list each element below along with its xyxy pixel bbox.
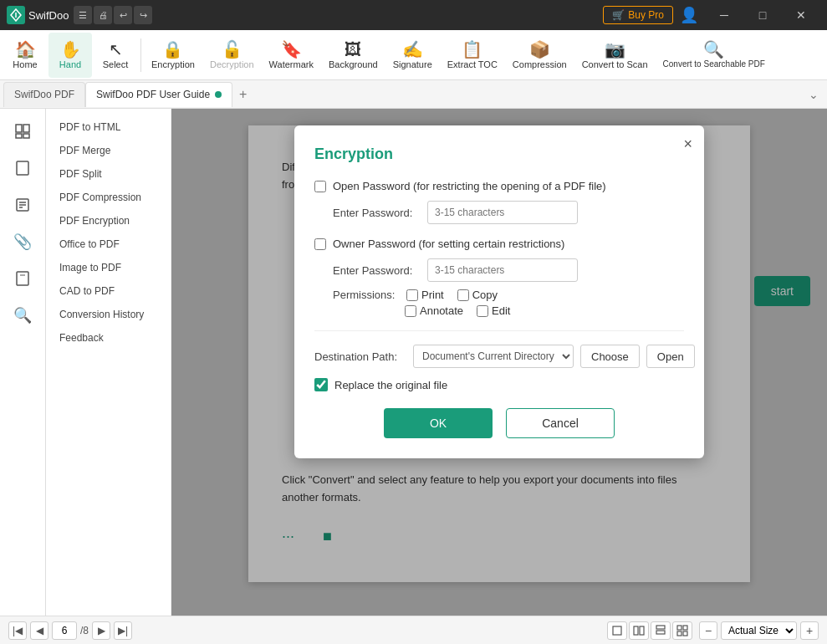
window-controls: ─ □ ✕ [705,0,820,30]
signature-icon: ✍ [402,41,423,58]
edit-permission[interactable]: Edit [477,304,510,317]
watermark-button[interactable]: 🔖 Watermark [263,33,320,78]
scroll-view[interactable] [651,621,671,640]
sidebar-search-icon[interactable]: 🔍 [7,299,38,331]
left-panel: PDF to HTML PDF Merge PDF Split PDF Comp… [46,109,171,616]
modal-overlay: Encryption × Open Password (for restrict… [171,109,827,616]
panel-item-cad-to-pdf[interactable]: CAD to PDF [46,279,171,303]
open-password-row: Open Password (for restricting the openi… [314,180,684,192]
print-checkbox[interactable] [406,289,418,301]
divider-1 [140,38,141,72]
signature-button[interactable]: ✍ Signature [386,33,439,78]
redo-btn[interactable]: ↪ [134,6,152,24]
panel-item-conversion-history[interactable]: Conversion History [46,303,171,326]
replace-checkbox[interactable] [314,378,328,391]
convert-scan-button[interactable]: 📷 Convert to Scan [575,33,655,78]
open-password-field-row: Enter Password: [314,201,684,224]
annotate-permission[interactable]: Annotate [405,304,463,317]
choose-button[interactable]: Choose [580,345,640,368]
page-number-input[interactable] [52,621,77,640]
edit-checkbox[interactable] [477,305,488,317]
copy-permission[interactable]: Copy [457,289,498,301]
background-button[interactable]: 🖼 Background [322,33,385,78]
zoom-select[interactable]: Actual Size [721,621,797,640]
sidebar-notes-icon[interactable] [7,189,38,221]
panel-item-pdf-to-html[interactable]: PDF to HTML [46,115,171,139]
open-password-section: Open Password (for restricting the openi… [314,180,684,224]
last-page-button[interactable]: ▶| [114,621,132,640]
panel-item-feedback[interactable]: Feedback [46,326,171,350]
page-navigation: |◀ ◀ /8 ▶ ▶| [8,621,132,640]
logo-icon [7,6,25,24]
toolbar: 🏠 Home ✋ Hand ↖ Select 🔒 Encryption 🔓 De… [0,30,827,80]
encryption-modal: Encryption × Open Password (for restrict… [294,125,704,458]
background-icon: 🖼 [345,41,361,58]
svg-rect-19 [683,626,687,630]
zoom-in-button[interactable]: + [800,621,819,640]
open-button[interactable]: Open [646,345,695,368]
single-page-view[interactable] [607,621,627,640]
prev-page-button[interactable]: ◀ [30,621,48,640]
owner-password-checkbox[interactable] [314,238,326,250]
hand-button[interactable]: ✋ Hand [48,33,92,78]
tab-home[interactable]: SwifDoo PDF [3,82,85,107]
sidebar-page-icon[interactable] [7,152,38,184]
maximize-button[interactable]: □ [743,0,782,30]
decryption-button[interactable]: 🔓 Decryption [203,33,261,78]
panel-item-office-to-pdf[interactable]: Office to PDF [46,233,171,256]
add-tab-button[interactable]: + [232,87,253,102]
minimize-button[interactable]: ─ [705,0,743,30]
extract-toc-button[interactable]: 📋 Extract TOC [441,33,504,78]
zoom-out-button[interactable]: − [699,621,717,640]
cancel-button[interactable]: Cancel [506,408,615,438]
annotate-checkbox[interactable] [405,305,416,317]
home-button[interactable]: 🏠 Home [3,33,47,78]
tab-document[interactable]: SwifDoo PDF User Guide [85,82,232,107]
tabbar-chevron-icon[interactable]: ⌄ [804,88,824,101]
open-password-checkbox[interactable] [314,181,326,192]
undo-btn[interactable]: ↩ [114,6,132,24]
destination-label: Destination Path: [314,350,406,363]
next-page-button[interactable]: ▶ [92,621,110,640]
convert-searchable-button[interactable]: 🔍 Convert to Searchable PDF [656,33,772,78]
modal-divider [314,330,684,331]
buy-pro-button[interactable]: 🛒 Buy Pro [603,6,673,24]
sidebar-thumbnail-icon[interactable] [7,115,38,147]
svg-rect-16 [656,626,665,629]
modal-close-button[interactable]: × [683,135,692,153]
open-password-input[interactable] [427,201,578,224]
user-icon[interactable]: 👤 [680,6,698,24]
side-by-side-view[interactable] [672,621,692,640]
owner-password-input[interactable] [427,258,578,282]
first-page-button[interactable]: |◀ [8,621,27,640]
encryption-button[interactable]: 🔒 Encryption [145,33,202,78]
enter-password-label: Enter Password: [333,207,421,219]
svg-rect-5 [23,134,29,138]
print-btn[interactable]: 🖨 [94,6,112,24]
save-btn[interactable]: ☰ [74,6,92,24]
svg-rect-17 [656,631,665,634]
ok-button[interactable]: OK [384,408,493,438]
destination-select[interactable]: Document's Current Directory [413,345,574,368]
statusbar: |◀ ◀ /8 ▶ ▶| − Actual Size + [0,616,827,644]
panel-item-image-to-pdf[interactable]: Image to PDF [46,256,171,279]
compression-button[interactable]: 📦 Compression [506,33,574,78]
close-button[interactable]: ✕ [782,0,820,30]
panel-item-pdf-encryption[interactable]: PDF Encryption [46,209,171,233]
sidebar-attachment-icon[interactable]: 📎 [7,226,38,258]
panel-item-pdf-split[interactable]: PDF Split [46,162,171,186]
app-name: SwifDoo [28,9,69,22]
panel-item-pdf-compression[interactable]: PDF Compression [46,186,171,209]
scan-icon: 📷 [605,41,625,58]
copy-checkbox[interactable] [457,289,469,301]
permissions-label: Permissions: [333,289,400,301]
panel-item-pdf-merge[interactable]: PDF Merge [46,139,171,162]
print-permission[interactable]: Print [406,289,444,301]
home-icon: 🏠 [15,41,36,58]
sidebar-bookmarks-icon[interactable] [7,263,38,294]
tabbar: SwifDoo PDF SwifDoo PDF User Guide + ⌄ [0,80,827,109]
select-button[interactable]: ↖ Select [94,33,137,78]
cursor-icon: ↖ [109,41,123,58]
second-permissions-row: Annotate Edit [314,304,684,317]
two-page-view[interactable] [629,621,649,640]
